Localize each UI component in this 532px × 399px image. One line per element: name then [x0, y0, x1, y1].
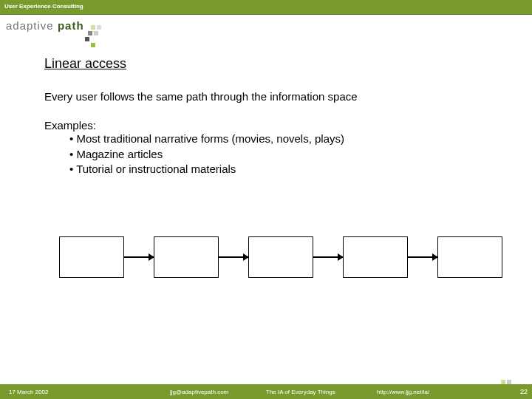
diagram-node — [154, 236, 219, 278]
footer-email: jjg@adaptivepath.com — [170, 389, 266, 395]
list-item: Magazine articles — [69, 147, 488, 162]
header-bar: User Experience Consulting — [0, 0, 532, 15]
examples-list: Most traditional narrative forms (movies… — [44, 132, 488, 177]
slide-content: Linear access Every user follows the sam… — [0, 56, 532, 177]
logo-mark-icon — [85, 25, 107, 47]
list-item: Most traditional narrative forms (movies… — [69, 132, 488, 146]
linear-flow-diagram — [59, 236, 502, 278]
diagram-node — [437, 236, 502, 278]
logo-text-path: path — [58, 19, 84, 32]
slide-body: Every user follows the same path through… — [44, 89, 488, 104]
header-tagline: User Experience Consulting — [0, 0, 532, 13]
arrow-right-icon — [313, 256, 343, 258]
list-item: Tutorial or instructional materials — [69, 162, 488, 177]
arrow-right-icon — [408, 256, 437, 258]
logo: adaptive path — [0, 15, 532, 52]
footer-date: 17 March 2002 — [0, 389, 170, 395]
footer-url: http://www.jjg.net/ia/ — [377, 389, 480, 395]
footer-talk-title: The IA of Everyday Things — [266, 389, 377, 395]
arrow-right-icon — [124, 256, 154, 258]
footer-bar: 17 March 2002 jjg@adaptivepath.com The I… — [0, 384, 532, 399]
logo-text-adaptive: adaptive — [6, 19, 58, 32]
arrow-right-icon — [219, 256, 248, 258]
slide-title: Linear access — [44, 56, 488, 72]
diagram-node — [248, 236, 313, 278]
examples-label: Examples: — [44, 119, 488, 132]
diagram-node — [59, 236, 124, 278]
footer-page-number: 22 — [520, 388, 528, 395]
diagram-node — [343, 236, 408, 278]
